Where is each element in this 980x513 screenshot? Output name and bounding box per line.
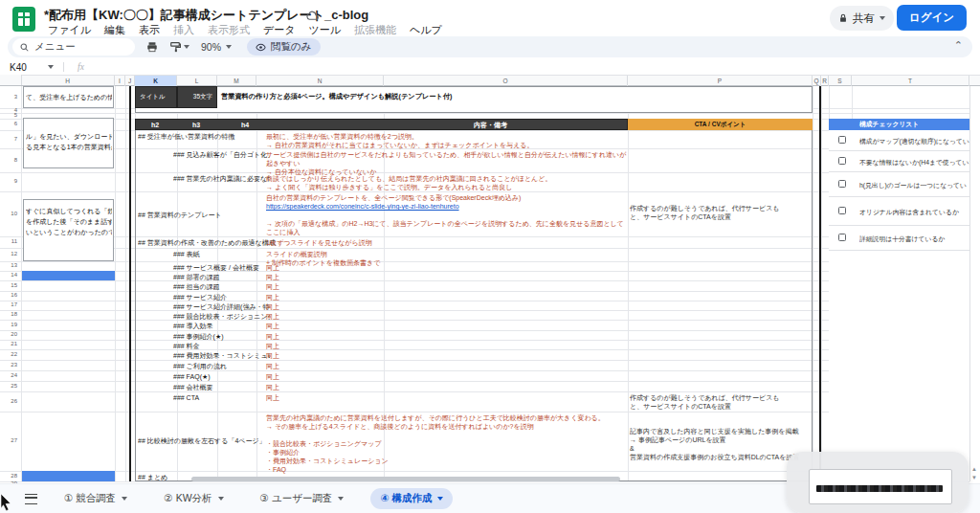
row-header-25[interactable]: 25	[0, 383, 17, 389]
left-note-text: る見本となる1本の営業資料が	[26, 143, 112, 151]
row-header-3[interactable]: 3	[0, 94, 17, 100]
row-header-5[interactable]: 5	[0, 112, 17, 118]
sheet-tab-caret[interactable]	[437, 497, 443, 501]
scroll-up-arrow[interactable]: ▲	[971, 466, 977, 472]
mouse-cursor	[0, 494, 13, 513]
outline-content-r19: 同上	[266, 322, 279, 330]
outline-content-r27: → その勝率を上げる4スライドと、商談後どのように資料を送付すればよいのか?を説…	[266, 422, 534, 431]
outline-content-r7: → 自社の営業資料がそれに当てはまっていないか、まずはチェックポイントを与える。	[266, 141, 534, 149]
row-header-26[interactable]: 26	[0, 398, 17, 404]
sheet-tab-caret[interactable]	[338, 497, 344, 501]
grid-layer: 3456789101112131415161718192021222324252…	[0, 0, 980, 513]
outline-heading-r22: ### 費用対効果・コストシミュレーション	[173, 351, 270, 360]
row-header-7[interactable]: 7	[0, 136, 17, 142]
outline-content-r11: 1枚ずつスライドを見せながら説明	[266, 238, 372, 247]
sheet-tab-4[interactable]: ④ 構成作成	[370, 488, 453, 509]
outline-content-r27: ・競合比較表・ポジショニングマップ	[266, 439, 382, 448]
outline-content-r22: 同上	[266, 351, 279, 360]
outline-content-r15: 同上	[266, 282, 279, 291]
sheet-tab-label: ② KW分析	[164, 492, 212, 505]
outline-heading-r19: ### 導入効果	[173, 322, 270, 330]
vertical-scrollbar-lane[interactable]	[969, 86, 980, 481]
outline-cta-r10: 作成するのが難しそうであれば、代行サービスも	[630, 204, 779, 212]
speakerdeck-link[interactable]: https://speakerdeck.com/coneinc/c-slide-…	[266, 202, 459, 211]
outline-cta-r27: &	[630, 444, 635, 453]
google-sheets-app: *配布用【KW:〇〇】記事構成シートテンプレート_c-blog ファイル編集表示…	[0, 0, 980, 513]
row-header-14[interactable]: 14	[0, 272, 17, 278]
row-header-21[interactable]: 21	[0, 341, 17, 346]
checklist-checkbox-1[interactable]	[838, 136, 846, 144]
header-h4: h4	[241, 121, 249, 129]
row-header-11[interactable]: 11	[0, 238, 17, 244]
sheet-tab-2[interactable]: ② KW分析	[154, 488, 233, 509]
outline-heading-r15: ### 担当の課題	[173, 282, 270, 291]
row-header-19[interactable]: 19	[0, 322, 17, 327]
outline-heading-r26: ### CTA	[173, 393, 270, 402]
row-header-9[interactable]: 9	[0, 178, 17, 184]
sheet-tab-1[interactable]: ① 競合調査	[55, 488, 137, 509]
gridline-col-R	[821, 86, 822, 481]
row-header-16[interactable]: 16	[0, 292, 17, 298]
article-title-value: 営業資料の作り方と必須4ページ。構成やデザインも解説(テンプレート付)	[221, 92, 452, 100]
row-header-17[interactable]: 17	[0, 301, 17, 307]
outline-content-r13: 同上	[266, 263, 279, 272]
outline-heading-r21: ### 料金	[173, 342, 270, 350]
outline-cta-r26: 作成するのが難しそうであれば、代行サービスも	[630, 393, 779, 402]
left-note-text: て、受注率を上げるための情	[26, 93, 112, 101]
gridline-col-I	[115, 86, 116, 481]
row-header-6[interactable]: 6	[0, 121, 17, 126]
outline-content-r8: 起きやすい	[266, 159, 301, 167]
row-header-24[interactable]: 24	[0, 372, 17, 378]
checklist-checkbox-3[interactable]	[838, 180, 846, 188]
checklist-item-label: オリジナル内容は含まれているか	[859, 208, 969, 217]
outline-heading-r9: ### 営業先の社内稟議に必要な情報	[173, 174, 270, 183]
checklist-title: 構成チェックリスト	[829, 119, 969, 130]
outline-heading-r24: ### FAQ(★)	[173, 372, 270, 381]
outline-cta-r26: と、サービスサイトのCTAを設置	[630, 402, 731, 411]
row-header-20[interactable]: 20	[0, 331, 17, 337]
outline-content-r10: ここに挿入	[266, 228, 301, 236]
sheet-tab-label: ④ 構成作成	[380, 492, 432, 505]
sheet-tab-caret[interactable]	[218, 497, 224, 501]
checklist-checkbox-4[interactable]	[838, 207, 846, 214]
row-header-22[interactable]: 22	[0, 351, 17, 357]
outline-content-r23: 同上	[266, 362, 279, 370]
outline-content-r8: サービス提供側は自社のサービスをだれよりも知っているため、相手が欲しい情報と自分…	[266, 150, 626, 159]
row-header-28[interactable]: 28	[0, 473, 17, 479]
row-header-10[interactable]: 10	[0, 211, 17, 216]
outline-content-r12: + 制作時のポイントを複数箇条書きで	[266, 258, 380, 267]
outline-heading-r10: ## 営業資料のテンプレート	[138, 211, 329, 219]
title-label-cell: タイトル	[135, 86, 177, 108]
outline-heading-r13: ### サービス概要 / 会社概要	[173, 263, 270, 272]
row-header-13[interactable]: 13	[0, 262, 17, 268]
checklist-checkbox-2[interactable]	[838, 157, 846, 165]
row-header-12[interactable]: 12	[0, 251, 17, 256]
outline-heading-r12: ### 表紙	[173, 250, 270, 258]
outline-heading-r8: ### 見込み顧客が「自分ゴト化」し	[173, 150, 270, 159]
outline-heading-r18: ### 競合比較表・ポジショニングマップ	[173, 312, 270, 321]
gridline-col-H	[21, 86, 22, 481]
row-header-18[interactable]: 18	[0, 311, 17, 317]
horizontal-scrollbar-thumb[interactable]	[191, 477, 620, 481]
left-note-text: すぐに真似してつくれる「鉄板	[26, 207, 112, 215]
outline-content-r24: 同上	[266, 372, 279, 381]
row-header-15[interactable]: 15	[0, 282, 17, 288]
row-header-23[interactable]: 23	[0, 362, 17, 368]
checklist-checkbox-5[interactable]	[838, 234, 846, 241]
sheet-tab-caret[interactable]	[122, 497, 127, 501]
outline-heading-r23: ### ご利用の流れ	[173, 362, 270, 370]
all-sheets-menu-icon[interactable]	[25, 494, 37, 504]
outline-heading-r20: ### 事例紹介(★)	[173, 332, 270, 341]
header-h2: h2	[151, 121, 159, 129]
checklist-item-label: 詳細説明は十分書けているか	[859, 234, 969, 244]
outline-content-r9: → よく聞く「資料は独り歩きする」をここで説明。データを入れられると尚良し	[266, 183, 512, 191]
row-header-8[interactable]: 8	[0, 157, 17, 163]
header-content: 内容・備考	[474, 121, 507, 129]
left-note-text: ル」を見たい、ダウンロードし	[26, 132, 112, 141]
select-all-corner[interactable]	[0, 75, 22, 85]
row-header-27[interactable]: 27	[0, 437, 17, 443]
outline-content-r18: 同上	[266, 312, 279, 321]
outline-content-r16: 同上	[266, 293, 279, 301]
scroll-down-arrow[interactable]: ▼	[971, 475, 977, 480]
sheet-tab-3[interactable]: ③ ユーザー調査	[251, 488, 354, 509]
